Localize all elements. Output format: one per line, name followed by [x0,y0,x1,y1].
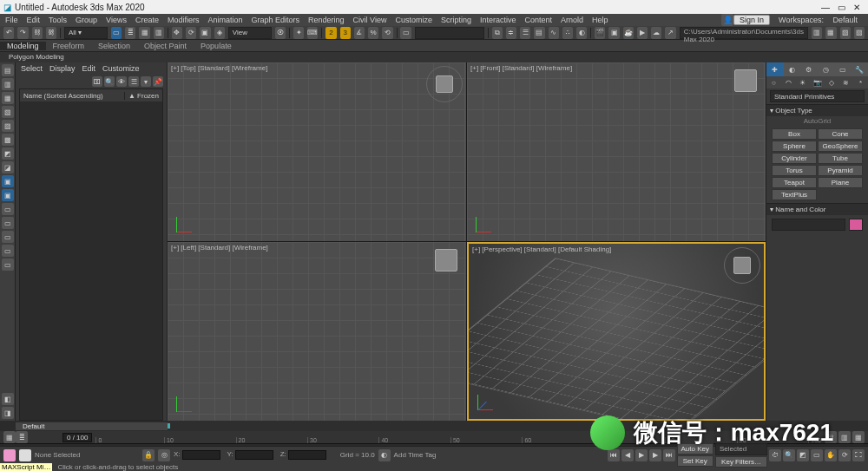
nav-pan-button[interactable]: ✋ [825,449,837,461]
create-textplus[interactable]: TextPlus [772,189,817,200]
menu-civilview[interactable]: Civil View [350,16,391,24]
scene-tree-icon[interactable]: ☰ [128,76,139,87]
play-button[interactable]: ▶ [635,449,648,461]
scene-pin-icon[interactable]: 📌 [153,76,163,87]
viewport-left[interactable]: [+] [Left] [Standard] [Wireframe] [168,242,466,421]
nav-zoomall-button[interactable]: ◩ [797,449,809,461]
angle-snap-button[interactable]: ∡ [354,27,365,39]
snap-2d-button[interactable]: 2 [326,27,336,39]
create-systems-tab[interactable]: * [853,76,868,88]
rendered-frame-button[interactable]: ▣ [608,27,619,39]
menu-tools[interactable]: Tools [45,16,70,24]
create-cone[interactable]: Cone [818,128,863,140]
vtool-bottom-2[interactable]: ◨ [2,407,14,419]
namedsel-dropdown[interactable] [415,27,484,39]
window-close-button[interactable]: ✕ [849,3,865,12]
cmdpanel-create-tab[interactable]: ✚ [766,62,784,76]
ribbon-objectpaint[interactable]: Object Paint [137,42,194,50]
ribbon-populate[interactable]: Populate [194,42,239,50]
ribbon-selection[interactable]: Selection [91,42,137,50]
workspace-selector[interactable]: Workspaces: Default [770,16,866,24]
ribbon-freeform[interactable]: Freeform [46,42,92,50]
window-min-button[interactable]: — [818,3,833,12]
render-setup-button[interactable]: 🎬 [595,27,605,39]
create-geosphere[interactable]: GeoSphere [818,141,863,152]
selection-filter-dropdown[interactable]: All ▾ [64,27,108,39]
scene-list[interactable]: Name (Sorted Ascending) ▲ Frozen [19,88,163,421]
vtool-4[interactable]: ▧ [2,106,14,118]
vtool-7[interactable]: ◩ [2,147,14,160]
proj-btn-1[interactable]: ▥ [812,27,822,39]
viewport-front[interactable]: [+] [Front] [Standard] [Wireframe] [467,62,766,241]
autogrid-check[interactable]: AutoGrid [766,116,868,126]
keymode-button[interactable]: ⌨ [307,27,318,39]
vtool-9[interactable]: ▣ [2,175,14,187]
create-box[interactable]: Box [772,128,817,140]
viewcube-top[interactable] [426,66,463,102]
render-button[interactable]: ▶ [637,27,648,39]
viewport-front-label[interactable]: [+] [Front] [Standard] [Wireframe] [470,64,572,72]
menu-interactive[interactable]: Interactive [477,16,520,24]
create-teapot[interactable]: Teapot [772,177,817,188]
isolate-button[interactable]: ◎ [158,449,170,461]
refcoord-dropdown[interactable]: View [228,27,272,39]
window-crossing-button[interactable]: ▥ [154,27,164,39]
time-value[interactable]: 0 / 100 [62,433,92,442]
create-sphere[interactable]: Sphere [772,141,817,152]
curve-editor-button[interactable]: ∿ [549,27,559,39]
scene-col-name[interactable]: Name (Sorted Ascending) [20,92,125,100]
vtool-8[interactable]: ◪ [2,161,14,173]
menu-scripting[interactable]: Scripting [437,16,475,24]
vtool-bottom-1[interactable]: ◧ [2,393,14,405]
create-plane[interactable]: Plane [818,177,863,188]
lock-selection-button[interactable]: 🔒 [142,449,155,461]
prev-frame-button[interactable]: ◀ [621,449,634,461]
menu-file[interactable]: File [2,16,22,24]
move-button[interactable]: ✥ [172,27,182,39]
namedsel-button[interactable]: ▭ [400,27,411,39]
rotate-button[interactable]: ⟳ [186,27,196,39]
snap-3d-button[interactable]: 3 [340,27,351,39]
next-frame-button[interactable]: ▶ [649,449,661,461]
vtool-6[interactable]: ▩ [2,134,14,146]
x-field[interactable] [182,450,220,460]
timeline-btn-1[interactable]: ▤ [825,431,837,443]
scene-search-icon[interactable]: 🔍 [104,76,115,87]
vtool-15[interactable]: ▭ [2,258,14,271]
create-helpers-tab[interactable]: ◇ [825,76,839,88]
trackbar-layer[interactable]: Default [16,422,168,430]
cmdpanel-hierarchy-tab[interactable]: ⚙ [800,62,818,76]
timeline-btn-2[interactable]: ▥ [838,431,851,443]
redo-button[interactable]: ↷ [17,27,28,39]
create-spacewarp-tab[interactable]: ≋ [839,76,854,88]
cmdpanel-display-tab[interactable]: ▭ [834,62,852,76]
menu-group[interactable]: Group [72,16,101,24]
viewport-top[interactable]: [+] [Top] [Standard] [Wireframe] [168,62,466,241]
viewcube-front[interactable] [734,69,757,92]
viewport-persp-label[interactable]: [+] [Perspective] [Standard] [Default Sh… [472,245,611,253]
rollout-name-color[interactable]: ▾ Name and Color [766,203,868,215]
viewport-left-label[interactable]: [+] [Left] [Standard] [Wireframe] [171,244,268,252]
render-prod-button[interactable]: ☕ [623,27,634,39]
nav-orbit-button[interactable]: ⟳ [838,449,851,461]
create-pyramid[interactable]: Pyramid [818,165,863,176]
viewport-top-label[interactable]: [+] [Top] [Standard] [Wireframe] [171,64,267,72]
y-field[interactable] [235,450,273,460]
menu-animation[interactable]: Animation [204,16,246,24]
timeline-btn-3[interactable]: ▦ [852,431,865,443]
object-name-field[interactable] [772,219,845,231]
create-torus[interactable]: Torus [772,165,817,176]
material-editor-button[interactable]: ◐ [576,27,587,39]
render-online-button[interactable]: ☁ [651,27,661,39]
select-name-button[interactable]: ≣ [125,27,135,39]
timeconfig-button[interactable]: ⏱ [769,449,781,461]
menu-create[interactable]: Create [132,16,162,24]
create-geometry-tab[interactable]: ○ [766,76,781,88]
cmdpanel-motion-tab[interactable]: ◷ [818,62,835,76]
menu-customize[interactable]: Customize [391,16,436,24]
mirror-button[interactable]: ⧉ [492,27,503,39]
maxscript-label[interactable]: MAXScript Mi… [0,463,52,471]
scene-menu-edit[interactable]: Edit [82,64,96,73]
vtool-11[interactable]: ▭ [2,203,14,215]
window-max-button[interactable]: ▭ [833,3,849,12]
